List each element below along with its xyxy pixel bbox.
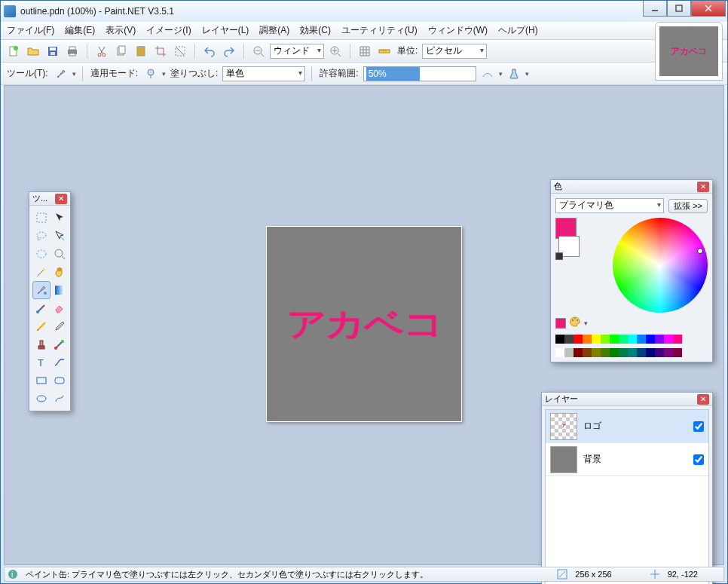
move-pixels-tool[interactable] [50,227,69,245]
palette-color[interactable] [637,348,646,357]
move-selection-tool[interactable] [50,209,69,227]
palette-color[interactable] [637,335,646,344]
palette-color[interactable] [619,348,628,357]
ellipse-tool[interactable] [32,390,50,408]
flask-icon[interactable] [506,66,522,82]
rect-select-tool[interactable] [32,209,50,227]
recent-color-1[interactable] [555,318,566,329]
menu-edit[interactable]: 編集(E) [65,24,95,37]
menu-effect[interactable]: 効果(C) [300,24,331,37]
new-button[interactable] [5,43,22,60]
palette-icon[interactable] [569,316,581,330]
palette-color[interactable] [601,348,610,357]
paste-button[interactable] [133,43,149,60]
menu-utility[interactable]: ユーティリティ(U) [341,24,418,37]
clone-stamp-tool[interactable] [32,335,50,353]
layer-visible-checkbox[interactable] [693,454,704,465]
open-button[interactable] [25,43,41,60]
swap-mini-black[interactable] [555,252,563,260]
palette-color[interactable] [655,348,664,357]
layers-panel[interactable]: レイヤー ✕ アロゴ背景 + [541,392,713,584]
menu-image[interactable]: イメージ(I) [146,24,191,37]
grid-button[interactable] [356,43,373,60]
close-button[interactable] [691,1,726,17]
menu-layer[interactable]: レイヤー(L) [202,24,249,37]
layers-close-icon[interactable]: ✕ [697,394,709,405]
palette-color[interactable] [646,348,655,357]
palette-color[interactable] [673,335,682,344]
palette-color[interactable] [564,335,574,344]
sampling-icon[interactable] [479,66,496,82]
zoom-in-button[interactable] [327,43,344,60]
canvas-area[interactable]: アカベコ ツ... ✕ [4,85,724,565]
undo-button[interactable] [201,43,218,60]
palette-color[interactable] [619,335,628,344]
tools-close-icon[interactable]: ✕ [55,194,67,204]
rounded-rect-tool[interactable] [50,371,69,390]
titlebar[interactable]: outline.pdn (100%) - Paint.NET V3.5.1 [1,1,727,22]
sampling-dropdown-icon[interactable]: ▾ [499,70,503,78]
palette-color[interactable] [555,335,564,344]
palette-color[interactable] [555,348,564,357]
palette-color[interactable] [601,335,610,344]
save-button[interactable] [44,43,61,60]
maximize-button[interactable] [667,1,691,17]
palette-color[interactable] [592,335,601,344]
tools-panel-title[interactable]: ツ... ✕ [29,192,70,206]
colors-panel[interactable]: 色 ✕ プライマリ色 拡張 >> [550,179,713,362]
palette-color[interactable] [655,335,664,344]
color-picker-tool[interactable] [50,317,69,335]
lasso-tool[interactable] [32,227,50,245]
units-select[interactable]: ピクセル [422,44,487,59]
paint-bucket-tool[interactable] [32,281,50,299]
freeform-tool[interactable] [50,390,69,408]
zoom-select[interactable]: ウィンド [270,44,324,59]
menu-file[interactable]: ファイル(F) [7,24,54,37]
menu-window[interactable]: ウィンドウ(W) [428,24,488,37]
palette-color[interactable] [574,335,583,344]
layer-visible-checkbox[interactable] [693,421,704,432]
tools-panel[interactable]: ツ... ✕ T [29,191,71,411]
tool-dropdown-icon[interactable]: ▾ [72,70,76,78]
layer-item[interactable]: アロゴ [546,410,708,443]
palette-color[interactable] [610,335,619,344]
palette-color[interactable] [583,348,592,357]
pencil-tool[interactable] [32,317,50,335]
artboard[interactable]: アカベコ [266,226,462,422]
palette-color[interactable] [628,335,637,344]
color-wheel[interactable] [613,218,708,313]
tolerance-input[interactable]: 50% [363,66,476,81]
document-tab[interactable]: アカベコ [655,22,723,81]
ellipse-select-tool[interactable] [32,245,50,263]
cut-button[interactable] [93,43,110,60]
brush-tool[interactable] [32,299,50,317]
colors-close-icon[interactable]: ✕ [697,182,709,192]
copy-button[interactable] [113,43,130,60]
palette-color[interactable] [664,335,673,344]
palette-color[interactable] [564,348,574,357]
zoom-tool[interactable] [50,245,69,263]
text-tool[interactable]: T [32,353,50,371]
palette-color[interactable] [673,348,682,357]
layer-item[interactable]: 背景 [546,443,708,476]
deselect-button[interactable] [172,43,188,60]
layers-panel-title[interactable]: レイヤー ✕ [542,393,712,406]
palette-dropdown-icon[interactable]: ▾ [584,320,588,327]
palette-color[interactable] [574,348,583,357]
palette-color[interactable] [592,348,601,357]
rectangle-tool[interactable] [32,371,50,390]
pan-tool[interactable] [50,263,69,281]
ruler-button[interactable] [376,43,393,60]
fill-select[interactable]: 単色 [222,66,305,81]
eraser-tool[interactable] [50,299,69,317]
line-tool[interactable] [50,353,69,371]
zoom-out-button[interactable] [250,43,267,60]
minimize-button[interactable] [643,1,667,17]
menu-view[interactable]: 表示(V) [106,24,136,37]
gradient-tool[interactable] [50,281,69,299]
flask-dropdown-icon[interactable]: ▾ [525,70,529,78]
palette-color[interactable] [610,348,619,357]
magic-wand-tool[interactable] [32,263,50,281]
color-mode-select[interactable]: プライマリ色 [555,198,664,213]
palette-color[interactable] [664,348,673,357]
